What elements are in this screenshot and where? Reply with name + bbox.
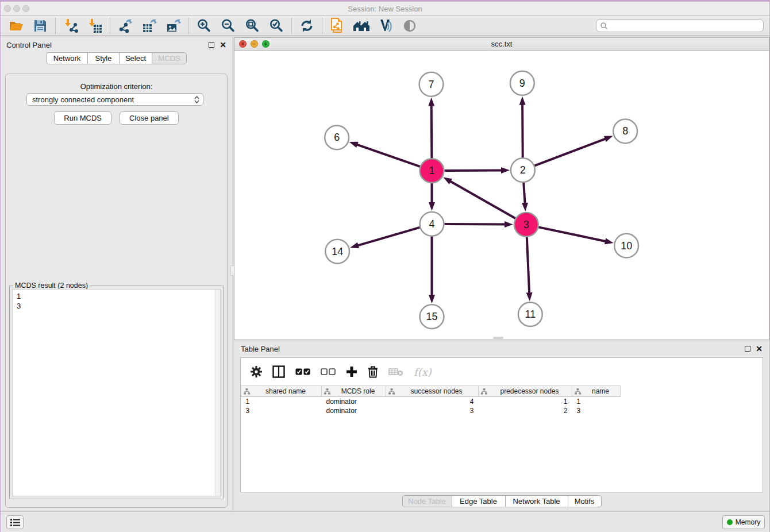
tab-node-table[interactable]: Node Table [402,495,452,507]
mcds-result-list[interactable]: 13 [12,289,221,496]
edge-arrow-1-4 [429,202,435,211]
close-panel-icon[interactable]: ✕ [220,42,226,48]
refresh-view-button[interactable] [295,17,319,34]
network-maximize-icon[interactable]: + [262,40,270,48]
control-panel-header: Control Panel ✕ [1,37,232,52]
edge-1-2[interactable] [444,170,503,171]
criterion-select[interactable]: strongly connected component [26,93,203,106]
export-image-button[interactable] [161,17,186,34]
table-cell[interactable]: 3 [572,406,621,415]
task-history-button[interactable] [6,515,24,529]
table-cell[interactable]: 1 [479,397,572,406]
column-tree-icon [244,388,250,395]
control-panel: Control Panel ✕ Network Style Select MCD… [1,37,232,510]
add-column-button[interactable] [346,366,357,377]
table-mode-button[interactable] [251,366,262,377]
run-mcds-button[interactable]: Run MCDS [54,111,111,125]
tab-select[interactable]: Select [120,52,152,64]
home-button[interactable] [349,17,374,34]
edge-3-1[interactable] [449,180,515,218]
table-row[interactable]: 1dominator411 [241,397,621,406]
edge-2-9[interactable] [522,103,523,158]
edge-1-7[interactable] [432,105,432,159]
apply-style-button[interactable] [374,17,398,34]
criterion-selected-value: strongly connected component [32,95,134,104]
float-panel-icon[interactable] [209,42,214,48]
function-builder-button[interactable]: f(x) [414,366,432,378]
node-label-1: 1 [429,165,434,176]
tab-edge-table[interactable]: Edge Table [452,495,506,507]
table-cell[interactable]: 1 [241,397,322,406]
edge-3-10[interactable] [538,227,607,241]
clone-network-button[interactable] [325,17,349,34]
memory-label: Memory [736,518,760,526]
node-label-15: 15 [426,311,438,322]
zoom-selected-button[interactable] [264,17,288,34]
search-input[interactable] [608,20,763,31]
column-header-4[interactable]: name [572,386,621,397]
edge-1-6[interactable] [356,144,420,167]
table-row[interactable]: 3dominator323 [241,406,621,415]
tab-network[interactable]: Network [46,52,88,64]
titlebar[interactable]: Session: New Session [1,2,769,16]
import-table-button[interactable] [83,17,107,34]
export-table-button[interactable] [137,17,161,34]
table-cell[interactable]: 3 [386,406,479,415]
delete-columns-button[interactable] [368,366,378,378]
home-icon [353,19,370,33]
tab-motifs[interactable]: Motifs [568,495,602,507]
column-header-1[interactable]: MCDS role [322,386,386,397]
application-window: Session: New Session [0,0,770,532]
table-panel: Table Panel ✕ [234,342,769,510]
mcds-result-title: MCDS result (2 nodes) [13,282,90,290]
save-icon [33,19,47,33]
memory-button[interactable]: Memory [722,515,765,529]
close-table-panel-icon[interactable]: ✕ [756,346,763,352]
column-header-3[interactable]: predecessor nodes [479,386,572,397]
zoom-in-button[interactable] [192,17,216,34]
edge-2-3[interactable] [523,183,525,205]
column-header-2[interactable]: successor nodes [386,386,479,397]
toolbar-separator [291,18,292,34]
result-scrollbar[interactable] [215,290,220,496]
search-field[interactable] [596,19,764,32]
import-network-button[interactable] [59,17,83,34]
edge-2-8[interactable] [534,138,606,166]
network-window-titlebar[interactable]: scc.txt × − + [234,38,769,51]
zoom-fit-button[interactable] [240,17,264,34]
show-graphics-details-button[interactable] [398,17,422,34]
open-session-button[interactable] [4,17,28,34]
table-cell[interactable]: dominator [322,397,386,406]
table-cell[interactable]: 3 [241,406,322,415]
edge-3-11[interactable] [527,237,529,295]
network-canvas[interactable]: 1234678910111415 [234,51,769,340]
export-network-button[interactable] [113,17,137,34]
node-label-9: 9 [519,78,525,89]
network-close-icon[interactable]: × [239,40,247,48]
table-cell[interactable]: 4 [386,397,479,406]
unselect-all-button[interactable] [321,368,336,376]
show-column-button[interactable] [272,365,285,378]
edge-arrow-2-3 [522,203,528,211]
column-label: predecessor nodes [490,387,569,395]
table-cell[interactable]: 1 [572,397,621,406]
edge-4-3[interactable] [444,224,506,225]
canvas-resize-handle[interactable] [493,337,503,339]
zoom-out-button[interactable] [216,17,240,34]
column-tree-icon [575,388,581,395]
tab-network-table[interactable]: Network Table [506,495,568,507]
edge-4-14[interactable] [357,228,420,246]
save-session-button[interactable] [28,17,52,34]
table-cell[interactable]: dominator [322,406,386,415]
network-minimize-icon[interactable]: − [251,40,258,48]
select-all-button[interactable] [295,368,310,376]
close-panel-button[interactable]: Close panel [120,111,179,125]
tab-mcds[interactable]: MCDS [152,52,187,64]
delete-table-button[interactable] [388,367,403,376]
control-panel-tabs: Network Style Select MCDS [1,52,232,64]
table-cell[interactable]: 2 [479,406,572,415]
tab-style[interactable]: Style [88,52,120,64]
float-table-panel-icon[interactable] [745,346,750,352]
node-table[interactable]: shared nameMCDS rolesuccessor nodesprede… [241,385,621,415]
column-header-0[interactable]: shared name [241,386,322,397]
